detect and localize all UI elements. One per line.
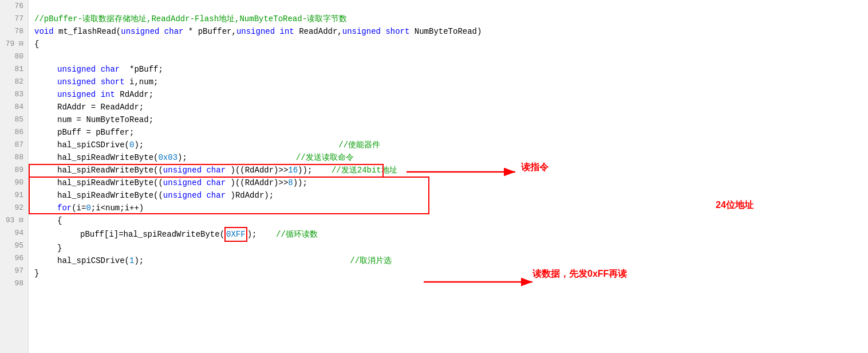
kw-void: void xyxy=(34,25,54,38)
ln-80: 80 xyxy=(0,50,28,63)
annotation-addr-24: 24位地址 xyxy=(716,199,753,211)
code-line-85: num = NumByteToRead; xyxy=(34,113,868,126)
ln-76: 76 xyxy=(0,0,28,13)
code-line-84: RdAddr = ReadAddr; xyxy=(34,101,868,113)
ln-79: 79 ⊟ xyxy=(0,38,28,50)
code-line-77: //pBuffer-读取数据存储地址,ReadAddr-Flash地址,NumB… xyxy=(34,13,868,25)
code-line-86: pBuff = pBuffer; xyxy=(34,126,868,139)
ln-85: 85 xyxy=(0,113,28,126)
code-line-97: } xyxy=(34,267,868,280)
code-line-93: { xyxy=(34,214,868,227)
ln-89: 89 xyxy=(0,164,28,176)
code-line-82: unsigned short i,num; xyxy=(34,76,868,88)
code-line-87: hal_spiCSDrive(0);//使能器件 xyxy=(34,139,868,151)
ln-91: 91 xyxy=(0,189,28,202)
ln-78: 78 xyxy=(0,25,28,38)
code-line-78: void mt_flashRead(unsigned char * pBuffe… xyxy=(34,25,868,38)
line-numbers: 76 77 78 79 ⊟ 80 81 82 83 84 85 86 87 88… xyxy=(0,0,29,353)
code-line-96: hal_spiCSDrive(1);//取消片选 xyxy=(34,254,868,267)
annotation-read-cmd: 读指令 xyxy=(521,162,549,174)
ln-87: 87 xyxy=(0,139,28,151)
comment-88: //发送读取命令 xyxy=(296,151,354,164)
code-line-89: hal_spiReadWriteByte((unsigned char )((R… xyxy=(34,164,868,176)
code-area: //pBuffer-读取数据存储地址,ReadAddr-Flash地址,NumB… xyxy=(29,0,868,353)
code-line-98 xyxy=(34,280,868,292)
annotation-read-data: 读数据，先发0xFF再读 xyxy=(532,268,627,280)
ln-77: 77 xyxy=(0,13,28,25)
ln-86: 86 xyxy=(0,126,28,139)
code-line-90: hal_spiReadWriteByte((unsigned char )((R… xyxy=(34,176,868,189)
ln-97: 97 xyxy=(0,265,28,277)
comment-89: //发送24bit地址 xyxy=(332,164,397,176)
ln-92: 92 xyxy=(0,202,28,214)
ln-93: 93 ⊟ xyxy=(0,214,28,227)
code-line-80 xyxy=(34,50,868,63)
code-line-83: unsigned int RdAddr; xyxy=(34,88,868,101)
comment-94: //循环读数 xyxy=(276,228,318,241)
code-line-95: } xyxy=(34,242,868,254)
comment-77: //pBuffer-读取数据存储地址,ReadAddr-Flash地址,NumB… xyxy=(34,13,347,25)
comment-87: //使能器件 xyxy=(338,139,380,151)
code-line-79: { xyxy=(34,38,868,50)
ln-90: 90 xyxy=(0,176,28,189)
ln-94: 94 xyxy=(0,227,28,240)
code-line-94: pBuff[i]=hal_spiReadWriteByte(0XFF); //循… xyxy=(34,227,868,242)
ln-88: 88 xyxy=(0,151,28,164)
code-editor: 76 77 78 79 ⊟ 80 81 82 83 84 85 86 87 88… xyxy=(0,0,868,353)
ln-95: 95 xyxy=(0,240,28,252)
code-line-88: hal_spiReadWriteByte(0x03);//发送读取命令 xyxy=(34,151,868,164)
ln-96: 96 xyxy=(0,252,28,265)
ln-81: 81 xyxy=(0,63,28,76)
comment-96: //取消片选 xyxy=(350,254,392,267)
ln-84: 84 xyxy=(0,101,28,113)
code-line-81: unsigned char *pBuff; xyxy=(34,63,868,76)
ln-82: 82 xyxy=(0,76,28,88)
ln-83: 83 xyxy=(0,88,28,101)
code-line-76 xyxy=(34,0,868,13)
ln-98: 98 xyxy=(0,277,28,290)
